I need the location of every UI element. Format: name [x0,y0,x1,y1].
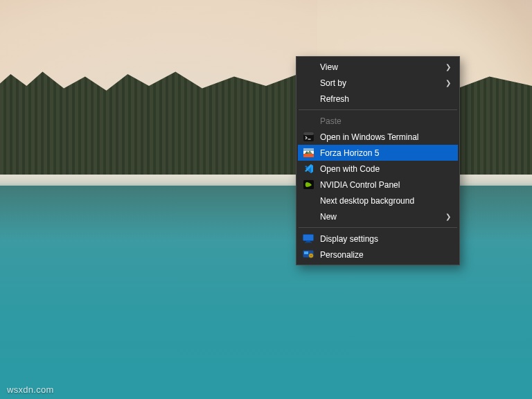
svg-rect-1 [303,132,314,135]
terminal-icon [302,132,314,143]
personalize-icon [302,249,314,260]
menu-item-nvidia-control-panel[interactable]: NVIDIA Control Panel [298,177,458,193]
svg-rect-11 [304,251,308,254]
menu-item-new[interactable]: New ❯ [298,209,458,224]
menu-separator [299,109,457,110]
svg-rect-4 [303,154,314,157]
menu-item-label: Forza Horizon 5 [320,148,451,158]
menu-item-open-with-code[interactable]: Open with Code [298,161,458,177]
menu-item-paste: Paste [298,113,458,129]
vscode-icon [302,163,314,175]
menu-item-label: NVIDIA Control Panel [320,180,451,190]
menu-item-label: Next desktop background [320,196,451,206]
menu-item-label: Open with Code [320,164,451,174]
menu-item-label: Open in Windows Terminal [320,132,451,142]
chevron-right-icon: ❯ [444,79,451,87]
chevron-right-icon: ❯ [444,213,451,220]
menu-item-label: Sort by [320,78,438,88]
chevron-right-icon: ❯ [444,63,451,71]
menu-item-personalize[interactable]: Personalize [298,247,458,263]
menu-item-label: Personalize [320,250,451,260]
menu-item-display-settings[interactable]: Display settings [298,231,458,247]
menu-separator [299,227,457,228]
forza-icon [302,148,314,159]
menu-item-refresh[interactable]: Refresh [298,91,458,107]
svg-rect-9 [305,242,312,243]
menu-item-label: Display settings [320,234,451,244]
menu-item-label: Refresh [320,94,451,104]
watermark-text: wsxdn.com [7,384,54,395]
svg-rect-8 [306,241,310,242]
desktop[interactable]: View ❯ Sort by ❯ Refresh Paste Open in W… [0,0,532,399]
svg-rect-5 [303,148,314,151]
menu-item-sort-by[interactable]: Sort by ❯ [298,75,458,91]
context-menu: View ❯ Sort by ❯ Refresh Paste Open in W… [296,56,460,265]
menu-item-label: New [320,212,438,222]
nvidia-icon [302,179,314,190]
display-icon [302,233,314,245]
menu-item-view[interactable]: View ❯ [298,59,458,75]
svg-rect-7 [303,235,314,241]
menu-item-label: Paste [320,116,451,126]
menu-item-next-desktop-background[interactable]: Next desktop background [298,193,458,209]
menu-item-label: View [320,62,438,72]
menu-item-forza-horizon-5[interactable]: Forza Horizon 5 [298,145,458,161]
menu-item-open-windows-terminal[interactable]: Open in Windows Terminal [298,129,458,145]
